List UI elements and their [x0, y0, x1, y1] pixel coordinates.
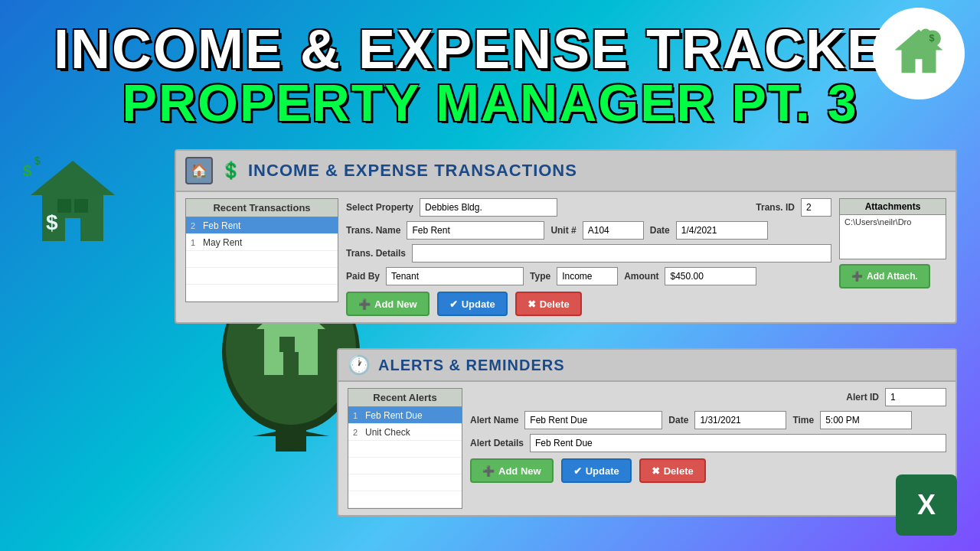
- recent-transactions-col: Recent Transactions 2 Feb Rent 1 May Ren…: [185, 198, 338, 316]
- type-label: Type: [530, 271, 550, 282]
- form-fields-col: Select Property Trans. ID Trans. Name Un…: [346, 198, 831, 316]
- alert-id-input[interactable]: [885, 388, 946, 406]
- delete-button[interactable]: ✖ Delete: [515, 292, 582, 316]
- svg-text:$: $: [929, 33, 935, 44]
- trans-name-input[interactable]: [407, 221, 544, 240]
- list-item[interactable]: 2 Unit Check: [348, 424, 462, 441]
- list-item-empty: [348, 458, 462, 474]
- home-icon: 🏠: [191, 162, 207, 179]
- alerts-body: Recent Alerts 1 Feb Rent Due 2 Unit Chec…: [338, 382, 956, 515]
- transactions-panel: 🏠 💲 INCOME & EXPENSE TRANSACTIONS Recent…: [175, 149, 957, 324]
- type-input[interactable]: [557, 267, 618, 285]
- alert-details-input[interactable]: [530, 434, 946, 452]
- title-banner: INCOME & EXPENSE TRACKER PROPERTY MANAGE…: [0, 0, 980, 149]
- alerts-form-col: Alert ID Alert Name Date Time Alert Deta…: [470, 388, 946, 509]
- unit-input[interactable]: [583, 221, 644, 240]
- trans-details-label: Trans. Details: [346, 248, 406, 259]
- panel-title: 💲 INCOME & EXPENSE TRANSACTIONS: [220, 161, 577, 181]
- title-line1: INCOME & EXPENSE TRACKER: [54, 21, 926, 77]
- alerts-two-col: Recent Alerts 1 Feb Rent Due 2 Unit Chec…: [348, 388, 946, 509]
- alerts-add-new-button[interactable]: ➕ Add New: [470, 458, 554, 483]
- attachments-col: Attachments C:\Users\neilr\Dro ➕ Add Att…: [839, 198, 946, 316]
- excel-icon: X: [917, 489, 936, 521]
- list-item-empty: [348, 441, 462, 458]
- date-input[interactable]: [676, 221, 768, 240]
- paid-by-row: Paid By Type Amount: [346, 267, 831, 285]
- main-two-col: Recent Transactions 2 Feb Rent 1 May Ren…: [185, 198, 946, 316]
- recent-alerts-col: Recent Alerts 1 Feb Rent Due 2 Unit Chec…: [348, 388, 462, 509]
- alert-details-label: Alert Details: [470, 438, 524, 448]
- plus-icon: ➕: [358, 298, 371, 310]
- attachments-box: Attachments C:\Users\neilr\Dro: [839, 198, 946, 259]
- recent-alerts-header: Recent Alerts: [348, 388, 462, 407]
- panel-header: 🏠 💲 INCOME & EXPENSE TRANSACTIONS: [176, 151, 956, 192]
- paid-by-label: Paid By: [346, 271, 380, 282]
- alerts-header: 🕐 ALERTS & REMINDERS: [338, 350, 956, 382]
- svg-rect-6: [57, 199, 71, 213]
- alert-date-input[interactable]: [694, 411, 786, 429]
- alerts-title: ALERTS & REMINDERS: [378, 357, 565, 374]
- list-item[interactable]: 2 Feb Rent: [186, 217, 338, 234]
- amount-input[interactable]: [665, 267, 756, 285]
- svg-text:$: $: [23, 162, 31, 179]
- alert-name-label: Alert Name: [470, 415, 518, 425]
- unit-label: Unit #: [550, 225, 576, 236]
- alert-time-label: Time: [792, 415, 814, 425]
- check-icon: ✔: [449, 298, 458, 310]
- paid-by-input[interactable]: [386, 267, 524, 285]
- select-property-input[interactable]: [420, 198, 557, 217]
- plus-icon: ➕: [851, 271, 863, 282]
- alert-name-row: Alert Name Date Time: [470, 411, 946, 429]
- dollar-house-decoration: $ $ $ $: [23, 153, 122, 256]
- alert-details-row: Alert Details: [470, 434, 946, 452]
- x-icon: ✖: [528, 298, 536, 310]
- attachments-header: Attachments: [840, 199, 946, 215]
- add-attach-row: ➕ Add Attach.: [839, 264, 946, 289]
- alert-id-label: Alert ID: [846, 392, 879, 403]
- svg-rect-23: [279, 337, 295, 352]
- clock-icon: 🕐: [348, 354, 371, 376]
- add-attach-button[interactable]: ➕ Add Attach.: [839, 264, 930, 289]
- property-row: Select Property Trans. ID: [346, 198, 831, 217]
- list-item-empty: [186, 251, 338, 268]
- amount-label: Amount: [624, 271, 658, 282]
- svg-marker-5: [31, 161, 115, 241]
- recent-transactions-header: Recent Transactions: [185, 198, 338, 217]
- alerts-panel: 🕐 ALERTS & REMINDERS Recent Alerts 1 Feb…: [337, 348, 957, 517]
- list-item-empty: [186, 268, 338, 285]
- alert-name-input[interactable]: [524, 411, 662, 429]
- recent-transactions-list: 2 Feb Rent 1 May Rent: [185, 217, 338, 302]
- trans-name-label: Trans. Name: [346, 225, 400, 236]
- plus-icon: ➕: [482, 465, 495, 477]
- alert-id-row: Alert ID: [470, 388, 946, 406]
- select-property-label: Select Property: [346, 202, 413, 213]
- alert-date-label: Date: [668, 415, 688, 425]
- trans-name-row: Trans. Name Unit # Date: [346, 221, 831, 240]
- trans-id-label: Trans. ID: [756, 202, 795, 213]
- trans-details-input[interactable]: [412, 244, 831, 262]
- list-item-empty: [186, 285, 338, 302]
- trans-details-row: Trans. Details: [346, 244, 831, 262]
- panel-body: Recent Transactions 2 Feb Rent 1 May Ren…: [176, 192, 956, 322]
- dollar-icon: 💲: [220, 161, 242, 181]
- date-label: Date: [650, 225, 670, 236]
- home-button[interactable]: 🏠: [185, 157, 213, 184]
- alerts-delete-button[interactable]: ✖ Delete: [639, 458, 706, 483]
- attachment-path: C:\Users\neilr\Dro: [840, 215, 946, 229]
- list-item-empty: [348, 491, 462, 508]
- alert-time-input[interactable]: [820, 411, 912, 429]
- list-item[interactable]: 1 May Rent: [186, 234, 338, 251]
- update-button[interactable]: ✔ Update: [437, 292, 508, 316]
- x-icon: ✖: [652, 465, 660, 477]
- action-buttons-row: ➕ Add New ✔ Update ✖ Delete: [346, 292, 831, 316]
- add-new-button[interactable]: ➕ Add New: [346, 292, 430, 316]
- trans-id-input[interactable]: [801, 198, 831, 217]
- alerts-update-button[interactable]: ✔ Update: [561, 458, 632, 483]
- list-item[interactable]: 1 Feb Rent Due: [348, 407, 462, 424]
- excel-badge: X: [896, 474, 957, 536]
- svg-rect-7: [74, 199, 88, 213]
- recent-alerts-list: 1 Feb Rent Due 2 Unit Check: [348, 407, 462, 509]
- svg-rect-21: [276, 429, 306, 452]
- check-icon: ✔: [573, 465, 582, 477]
- svg-text:$: $: [46, 210, 58, 234]
